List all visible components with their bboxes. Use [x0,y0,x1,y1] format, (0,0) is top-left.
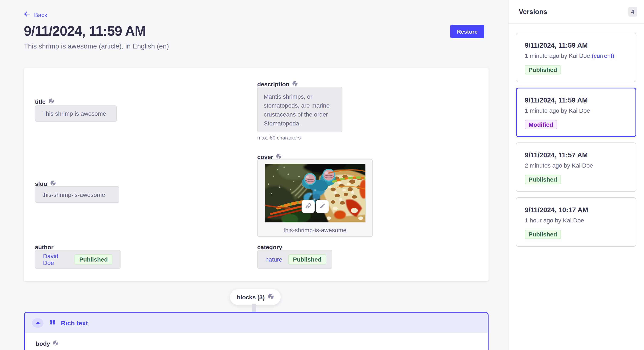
version-status-badge: Published [525,65,561,74]
main-content: Back 9/11/2024, 11:59 AM This shrimp is … [0,0,508,350]
back-arrow-icon [24,11,31,19]
title-input [35,105,117,122]
page-title: 9/11/2024, 11:59 AM [24,23,146,39]
category-status-badge: Published [288,254,326,265]
link-icon [305,202,312,210]
cover-image [265,164,366,222]
cover-media-card: this-shrimp-is-awesome [257,159,373,237]
versions-header: Versions 4 [508,0,644,24]
description-textarea: Mantis shrimps, or stomatopods, are mari… [257,87,342,132]
version-date: 9/11/2024, 11:59 AM [525,42,629,49]
version-date: 9/11/2024, 11:57 AM [525,151,629,159]
description-hint: max. 80 characters [257,135,301,141]
edit-image-button[interactable] [316,200,329,213]
author-label-text: author [35,244,54,250]
blocks-pill-label: blocks (3) [237,294,265,301]
locale-globe-icon [53,340,58,347]
locale-globe-icon [48,98,54,105]
version-meta: 1 minute ago by Kai Doe [525,107,629,114]
versions-list: 9/11/2024, 11:59 AM 1 minute ago by Kai … [508,24,644,247]
author-relation-link[interactable]: David Doe [43,253,68,266]
category-relation-link[interactable]: nature [265,256,282,263]
page-subtitle: This shrimp is awesome (article), in Eng… [24,42,169,50]
author-field-label: author [35,244,54,250]
category-relation-box: nature Published [257,250,332,269]
version-list-item[interactable]: 9/11/2024, 11:59 AM 1 minute ago by Kai … [516,33,636,82]
version-date: 9/11/2024, 11:59 AM [525,97,629,104]
category-label-text: category [257,244,282,250]
version-list-item[interactable]: 9/11/2024, 11:59 AM 1 minute ago by Kai … [516,88,636,137]
category-field-label: category [257,244,282,250]
version-meta: 1 minute ago by Kai Doe (current) [525,52,629,59]
slug-input [35,186,119,203]
cover-filename: this-shrimp-is-awesome [258,227,372,233]
version-status-badge: Published [525,175,561,184]
version-meta: 1 hour ago by Kai Doe [525,217,629,224]
title-label-text: title [35,98,46,105]
blocks-field-pill: blocks (3) [230,289,281,305]
rich-text-block-title: Rich text [61,319,88,326]
versions-sidebar: Versions 4 9/11/2024, 11:59 AM 1 minute … [508,0,644,350]
copy-link-button[interactable] [302,200,315,213]
cover-actions [302,200,329,213]
blocks-connector-line [252,304,256,312]
restore-button[interactable]: Restore [450,25,484,38]
body-field-label: body [36,340,488,347]
version-history-page: Back 9/11/2024, 11:59 AM This shrimp is … [0,0,644,350]
author-relation-box: David Doe Published [35,250,120,269]
collapse-toggle-button[interactable] [32,318,44,328]
component-grid-icon [50,319,55,327]
rich-text-body: body [25,333,488,347]
back-link[interactable]: Back [24,11,47,19]
version-status-badge: Published [525,230,561,239]
chevron-up-icon [36,322,40,324]
body-label-text: body [36,340,50,347]
version-meta: 2 minutes ago by Kai Doe [525,162,629,169]
version-list-item[interactable]: 9/11/2024, 10:17 AM 1 hour ago by Kai Do… [516,197,636,247]
pencil-icon [319,202,326,210]
entry-form-card: title slug author David Doe Published [24,68,488,281]
rich-text-component-block: Rich text body [24,312,488,350]
versions-heading: Versions [519,8,547,15]
version-current-label: (current) [592,52,614,59]
version-status-badge: Modified [525,120,557,129]
back-label: Back [34,11,47,18]
rich-text-header: Rich text [25,313,488,333]
version-date: 9/11/2024, 10:17 AM [525,206,629,214]
versions-count-badge: 4 [628,7,637,16]
version-list-item[interactable]: 9/11/2024, 11:57 AM 2 minutes ago by Kai… [516,143,636,192]
author-status-badge: Published [74,254,112,265]
title-field-label: title [35,98,54,105]
locale-globe-icon [268,293,274,301]
